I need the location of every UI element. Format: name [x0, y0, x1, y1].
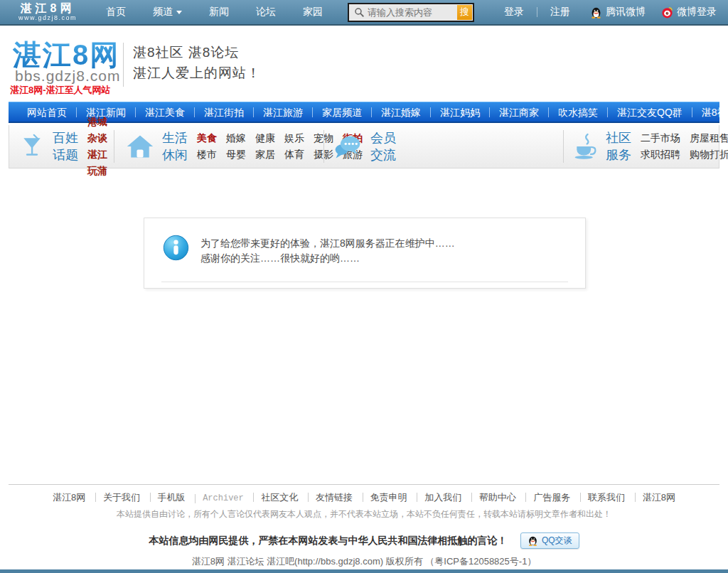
search-button[interactable]: 搜 — [457, 5, 472, 20]
info-icon — [163, 235, 189, 264]
link-jobs[interactable]: 求职招聘 — [641, 146, 680, 163]
divider — [161, 282, 568, 282]
nav-item-food[interactable]: 湛江美食 — [135, 107, 194, 117]
divider — [123, 43, 124, 87]
category-links-topics: 港城杂谈 湛江玩蒲 — [87, 114, 114, 179]
link-housing-market[interactable]: 楼市 — [197, 146, 217, 163]
search-box: 搜 — [348, 3, 474, 22]
slogan-line-2: 湛江人爱上的网站！ — [133, 63, 261, 83]
footer-warning: 本站信息均由网民提供，严禁在本网站发表与中华人民共和国法律相抵触的言论！ — [149, 535, 507, 546]
link-home[interactable]: 家居 — [255, 146, 275, 163]
link-sports[interactable]: 体育 — [284, 146, 304, 163]
nav-item-funny[interactable]: 吹水搞笑 — [548, 107, 607, 117]
category-strip: 百姓 话题 港城杂谈 湛江玩蒲 生活 休闲 美食 婚嫁 健康 娱乐 宠物 — [9, 125, 719, 168]
nav-item-merchants[interactable]: 湛江商家 — [489, 107, 548, 117]
maintenance-line-2: 感谢你的关注……很快就好的哟…… — [200, 251, 455, 266]
footer-link-disclaimer[interactable]: 免责申明 — [363, 493, 414, 502]
topbar-logo-url: www.gdzj8.com — [18, 15, 77, 21]
nav-item-street[interactable]: 湛江街拍 — [194, 107, 253, 117]
coffee-cup-icon — [572, 133, 598, 160]
link-house-rental[interactable]: 房屋租售 — [690, 130, 728, 146]
qq-chat-button[interactable]: QQ交谈 — [520, 532, 579, 549]
category-title-life[interactable]: 生活 休闲 — [162, 129, 188, 164]
topbar-logo[interactable]: 湛江8网 www.gdzj8.com — [18, 3, 77, 21]
house-icon — [126, 134, 154, 159]
slogan-line-1: 湛8社区 湛8论坛 — [133, 42, 261, 63]
maintenance-line-1: 为了给您带来更好的体验，湛江8网服务器正在维护中…… — [200, 236, 455, 251]
footer-link-about[interactable]: 关于我们 — [95, 493, 147, 502]
footer-link-friend-links[interactable]: 友情链接 — [308, 493, 360, 502]
nav-item-home[interactable]: 网站首页 — [18, 107, 76, 117]
topbar-nav: 首页 频道 新闻 论坛 家园 — [92, 6, 336, 18]
nav-item-community[interactable]: 湛8社区 — [692, 107, 728, 117]
maintenance-message: 为了给您带来更好的体验，湛江8网服务器正在维护中…… 感谢你的关注……很快就好的… — [200, 236, 455, 266]
footer-copyright: 湛江8网 湛江论坛 湛江吧(http://bbs.gdzj8.com) 版权所有… — [0, 555, 728, 568]
weibo-icon — [661, 6, 673, 18]
topbar-nav-space[interactable]: 家园 — [289, 6, 336, 18]
link-shopping-discounts[interactable]: 购物打折 — [690, 146, 728, 163]
bottom-edge-bar — [0, 569, 728, 573]
top-bar: 湛江8网 www.gdzj8.com 首页 频道 新闻 论坛 家园 搜 登录 注… — [0, 0, 728, 26]
nav-item-mama[interactable]: 湛江妈妈 — [430, 107, 489, 117]
footer-links: 湛江8网 关于我们 手机版 Archiver 社区文化 友情链接 免责申明 加入… — [0, 492, 728, 503]
link-health[interactable]: 健康 — [255, 130, 275, 146]
footer-link-site-2[interactable]: 湛江8网 — [635, 493, 682, 502]
link-entertainment[interactable]: 娱乐 — [284, 130, 304, 146]
chevron-down-icon — [176, 11, 182, 14]
nav-item-home-channel[interactable]: 家居频道 — [312, 107, 371, 117]
footer: 湛江8网 关于我们 手机版 Archiver 社区文化 友情链接 免责申明 加入… — [0, 492, 728, 573]
nav-item-travel[interactable]: 湛江旅游 — [253, 107, 312, 117]
search-input[interactable] — [368, 7, 457, 18]
nav-item-wedding[interactable]: 湛江婚嫁 — [371, 107, 430, 117]
site-logo-domain: bbs.gdzj8.com — [15, 68, 120, 85]
topbar-account-area: 登录 注册 腾讯微博 微博登录 — [500, 6, 717, 18]
footer-link-join-us[interactable]: 加入我们 — [417, 493, 469, 502]
link-wedding[interactable]: 婚嫁 — [226, 130, 246, 146]
footer-link-site[interactable]: 湛江8网 — [46, 493, 92, 502]
category-title-topics[interactable]: 百姓 话题 — [53, 129, 78, 164]
topbar-nav-news[interactable]: 新闻 — [196, 6, 242, 18]
category-title-members[interactable]: 会员 交流 — [370, 129, 396, 164]
qq-penguin-icon — [528, 535, 538, 546]
footer-link-archiver[interactable]: Archiver — [195, 494, 251, 503]
sina-weibo-login[interactable]: 微博登录 — [661, 6, 717, 18]
footer-link-community-culture[interactable]: 社区文化 — [253, 493, 305, 502]
tencent-weibo-login[interactable]: 腾讯微博 — [590, 6, 646, 18]
topbar-logo-title: 湛江8网 — [18, 3, 77, 15]
footer-link-help-center[interactable]: 帮助中心 — [471, 493, 523, 502]
category-section-topics: 百姓 话题 港城杂谈 湛江玩蒲 — [9, 125, 114, 168]
link-zhanjiang-play[interactable]: 湛江玩蒲 — [87, 146, 114, 179]
category-section-services: 社区 服务 二手市场 房屋租售 求职招聘 购物打折 — [564, 125, 717, 168]
site-slogan: 湛8社区 湛8论坛 湛江人爱上的网站！ — [133, 42, 261, 83]
category-section-members: 会员 交流 — [324, 125, 563, 168]
category-section-life: 生活 休闲 美食 婚嫁 健康 娱乐 宠物 街拍 楼市 母婴 家居 体育 摄影 旅… — [114, 125, 323, 168]
login-link[interactable]: 登录 — [500, 6, 528, 18]
nav-item-qq-groups[interactable]: 湛江交友QQ群 — [607, 107, 692, 117]
main-nav: 网站首页 湛江新闻 湛江美食 湛江街拍 湛江旅游 家居频道 湛江婚嫁 湛江妈妈 … — [9, 102, 719, 123]
maintenance-notice-box: 为了给您带来更好的体验，湛江8网服务器正在维护中…… 感谢你的关注……很快就好的… — [144, 218, 586, 289]
site-logo-tagline: 湛江8网-湛江至人气网站 — [10, 84, 111, 97]
chat-bubbles-icon — [333, 134, 363, 159]
category-links-services: 二手市场 房屋租售 求职招聘 购物打折 — [641, 130, 728, 163]
search-icon — [354, 7, 365, 18]
register-link[interactable]: 注册 — [546, 6, 574, 18]
footer-warning-row: 本站信息均由网民提供，严禁在本网站发表与中华人民共和国法律相抵触的言论！ QQ交… — [0, 532, 728, 549]
category-title-services[interactable]: 社区 服务 — [606, 129, 631, 164]
divider — [537, 7, 537, 17]
footer-link-mobile[interactable]: 手机版 — [150, 493, 193, 502]
topbar-nav-forum[interactable]: 论坛 — [242, 6, 289, 18]
link-food[interactable]: 美食 — [197, 130, 217, 146]
footer-disclaimer: 本站提供自由讨论，所有个人言论仅代表网友本人观点，并不代表本站立场，本站不负任何… — [0, 508, 728, 520]
site-header: 湛江8网 bbs.gdzj8.com 湛江8网-湛江至人气网站 湛8社区 湛8论… — [0, 27, 728, 102]
footer-link-ads[interactable]: 广告服务 — [525, 493, 577, 502]
topbar-nav-home[interactable]: 首页 — [92, 6, 139, 18]
cocktail-icon — [19, 133, 45, 160]
topbar-nav-channels[interactable]: 频道 — [139, 6, 196, 18]
divider — [9, 484, 719, 485]
link-gangcheng-chat[interactable]: 港城杂谈 — [87, 114, 114, 146]
qq-penguin-icon — [590, 6, 602, 18]
link-secondhand-market[interactable]: 二手市场 — [641, 130, 680, 146]
footer-link-contact[interactable]: 联系我们 — [580, 493, 632, 502]
link-baby[interactable]: 母婴 — [226, 146, 246, 163]
